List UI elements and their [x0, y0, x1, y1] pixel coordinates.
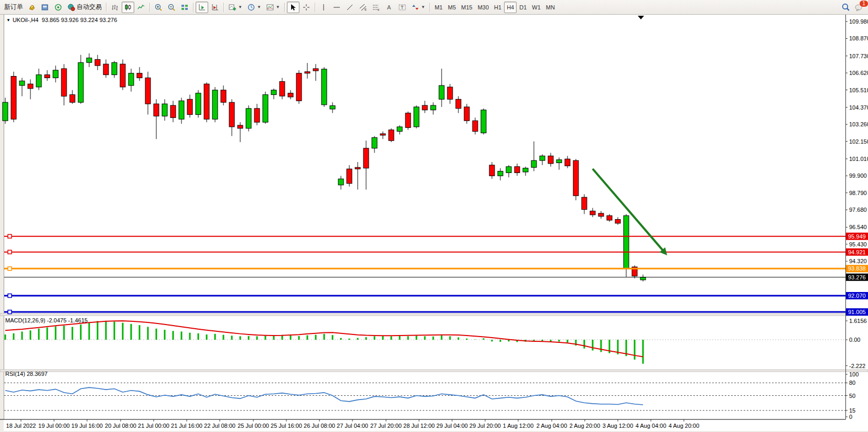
svg-text:4 Aug 20:00: 4 Aug 20:00	[669, 423, 700, 429]
svg-text:25 Jul 00:00: 25 Jul 00:00	[238, 423, 269, 429]
svg-text:102.150: 102.150	[849, 138, 868, 145]
search-icon[interactable]	[839, 2, 852, 13]
zoom-in-icon[interactable]	[152, 2, 165, 13]
arrows-icon[interactable]: ▼	[409, 2, 427, 13]
svg-text:93.276: 93.276	[848, 274, 866, 280]
navigator-icon[interactable]	[52, 2, 65, 13]
svg-text:50: 50	[849, 393, 855, 399]
toolbar: 新订单 自动交易	[0, 0, 868, 15]
timeframe-w1[interactable]: W1	[529, 2, 543, 13]
line-chart-icon[interactable]	[135, 2, 147, 13]
new-order-button[interactable]: 新订单	[2, 2, 25, 13]
svg-text:96.540: 96.540	[849, 224, 867, 230]
chart-window: 109.980108.870107.730106.620105.510104.3…	[0, 15, 868, 432]
svg-text:94.320: 94.320	[849, 258, 867, 264]
chevron-down-icon: ▼	[257, 5, 261, 9]
timeframe-m1[interactable]: M1	[432, 2, 445, 13]
svg-text:0.00: 0.00	[849, 337, 860, 343]
svg-text:106.620: 106.620	[849, 70, 868, 76]
svg-text:27 Jul 04:00: 27 Jul 04:00	[337, 423, 368, 429]
svg-text:97.680: 97.680	[849, 207, 867, 213]
price-chart[interactable]: 109.980108.870107.730106.620105.510104.3…	[0, 15, 868, 432]
svg-text:26 Jul 08:00: 26 Jul 08:00	[304, 423, 335, 429]
zoom-out-icon[interactable]	[165, 2, 178, 13]
svg-text:91.005: 91.005	[848, 309, 866, 315]
svg-text:1.6156: 1.6156	[849, 318, 867, 324]
svg-text:15: 15	[849, 407, 855, 414]
crosshair-icon[interactable]	[300, 2, 313, 13]
text-icon[interactable]: A	[383, 2, 395, 13]
timeframe-h1[interactable]: H1	[491, 2, 504, 13]
svg-text:-2.222: -2.222	[849, 363, 865, 369]
notification-badge: 1	[859, 0, 868, 7]
data-window-icon[interactable]	[39, 2, 51, 13]
svg-text:21 Jul 16:00: 21 Jul 16:00	[171, 423, 202, 429]
svg-text:107.730: 107.730	[849, 53, 868, 59]
svg-text:20 Jul 08:00: 20 Jul 08:00	[105, 423, 136, 429]
svg-text:18 Jul 2022: 18 Jul 2022	[6, 423, 36, 429]
timeframe-buttons: M1M5M15M30H1H4D1W1MN	[432, 2, 558, 13]
svg-text:92.070: 92.070	[848, 293, 866, 299]
notifications-icon[interactable]: 1	[852, 2, 866, 13]
toolbar-separator	[191, 2, 195, 13]
svg-text:93.838: 93.838	[848, 265, 866, 272]
tile-windows-icon[interactable]	[178, 2, 191, 13]
macd-indicator-label: MACD(12,26,9) -2.0475 -1.4615	[5, 317, 88, 323]
auto-trading-button[interactable]: 自动交易	[65, 2, 104, 13]
candlestick-chart-icon[interactable]	[122, 2, 134, 13]
fibonacci-icon[interactable]: F	[370, 2, 382, 13]
auto-scroll-icon[interactable]	[196, 2, 208, 13]
svg-text:1 Aug 12:00: 1 Aug 12:00	[503, 423, 534, 429]
svg-text:19 Jul 16:00: 19 Jul 16:00	[71, 423, 103, 429]
svg-text:80: 80	[849, 380, 855, 386]
horizontal-line-icon[interactable]	[330, 2, 343, 13]
timeframe-h4[interactable]: H4	[504, 2, 517, 13]
chevron-down-icon: ▼	[238, 5, 242, 9]
svg-text:E: E	[365, 8, 367, 11]
vertical-line-icon[interactable]	[317, 2, 330, 13]
svg-text:101.010: 101.010	[849, 156, 868, 162]
svg-text:A: A	[387, 4, 391, 10]
svg-text:29 Jul 04:00: 29 Jul 04:00	[436, 423, 468, 429]
chart-title: ▼UKOil-,H4 93.865 93.926 93.224 93.276	[6, 17, 117, 23]
svg-text:103.260: 103.260	[849, 121, 868, 127]
templates-icon[interactable]: ▼	[264, 2, 282, 13]
svg-text:94.921: 94.921	[848, 249, 866, 255]
toolbar-separator	[222, 2, 226, 13]
svg-text:27 Jul 20:00: 27 Jul 20:00	[370, 423, 402, 429]
timeframe-d1[interactable]: D1	[517, 2, 529, 13]
trendline-icon[interactable]	[344, 2, 356, 13]
svg-text:104.370: 104.370	[849, 104, 868, 111]
chart-menu-icon[interactable]: ▼	[6, 18, 10, 23]
toolbar-separator	[428, 2, 432, 13]
svg-text:108.870: 108.870	[849, 35, 868, 41]
timeframe-mn[interactable]: MN	[543, 2, 558, 13]
text-label-icon[interactable]: T	[396, 2, 409, 13]
bar-chart-icon[interactable]	[109, 2, 121, 13]
price-axis[interactable]: 109.980108.870107.730106.620105.510104.3…	[845, 18, 868, 264]
market-watch-icon[interactable]	[26, 2, 38, 13]
svg-text:98.790: 98.790	[849, 190, 867, 196]
svg-text:105.510: 105.510	[849, 87, 868, 93]
toolbar-separator	[148, 2, 152, 13]
svg-text:21 Jul 00:00: 21 Jul 00:00	[138, 423, 169, 429]
timeframe-m30[interactable]: M30	[475, 2, 491, 13]
chart-shift-icon[interactable]	[209, 2, 221, 13]
chevron-down-icon: ▼	[276, 5, 280, 9]
timeframe-m5[interactable]: M5	[445, 2, 458, 13]
svg-text:4 Aug 04:00: 4 Aug 04:00	[636, 423, 667, 429]
svg-text:95.430: 95.430	[849, 241, 867, 247]
svg-text:29 Jul 20:00: 29 Jul 20:00	[469, 423, 501, 429]
timeframe-m15[interactable]: M15	[458, 2, 475, 13]
rsi-indicator-label: RSI(14) 28.3697	[5, 371, 48, 377]
symbol-period-label: UKOil-,H4	[13, 17, 39, 23]
ohlc-values: 93.865 93.926 93.224 93.276	[42, 17, 117, 23]
equidistant-channel-icon[interactable]: E	[357, 2, 369, 13]
svg-text:0: 0	[849, 414, 852, 420]
new-chart-icon[interactable]: ▼	[226, 2, 244, 13]
svg-text:22 Jul 08:00: 22 Jul 08:00	[204, 423, 235, 429]
svg-text:109.980: 109.980	[849, 18, 868, 25]
timeframes-clock-icon[interactable]: ▼	[245, 2, 263, 13]
cursor-icon[interactable]	[287, 2, 299, 13]
toolbar-separator	[313, 2, 317, 13]
